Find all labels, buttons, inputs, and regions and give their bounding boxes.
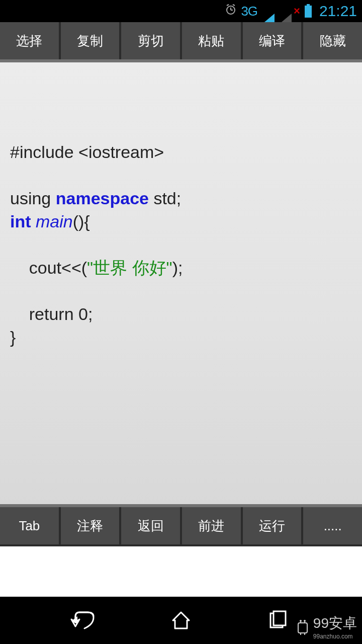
code-text: #include <iostream> [10, 142, 164, 162]
run-button[interactable]: 运行 [243, 507, 302, 544]
code-function: main [36, 212, 73, 231]
blank-area [0, 546, 362, 597]
svg-rect-11 [274, 611, 286, 625]
top-toolbar: 选择 复制 剪切 粘贴 编译 隐藏 [0, 22, 362, 59]
code-text [31, 212, 36, 231]
svg-rect-12 [298, 623, 307, 633]
svg-point-14 [304, 620, 306, 622]
code-text: std; [149, 189, 181, 208]
code-text: return 0; [10, 304, 93, 324]
signal-icon-2: 2 [279, 0, 292, 25]
alarm-icon [225, 4, 237, 19]
sim-disabled-icon: × [294, 5, 300, 18]
code-keyword: namespace [56, 189, 149, 208]
cut-button[interactable]: 剪切 [121, 22, 180, 59]
nav-back-button[interactable] [44, 597, 125, 644]
select-button[interactable]: 选择 [0, 22, 59, 59]
code-text: using [10, 189, 56, 208]
svg-point-13 [300, 620, 302, 622]
battery-icon [304, 4, 312, 18]
hide-button[interactable]: 隐藏 [303, 22, 362, 59]
nav-home-button[interactable] [141, 597, 221, 644]
status-bar: 3G 1 2 × 21:21 [0, 0, 362, 22]
network-type-label: 3G [241, 4, 257, 19]
copy-button[interactable]: 复制 [61, 22, 120, 59]
watermark-icon [295, 618, 310, 636]
code-text: (){ [73, 212, 90, 231]
code-keyword: int [10, 212, 31, 231]
comment-button[interactable]: 注释 [61, 507, 120, 544]
clock-label: 21:21 [319, 3, 357, 20]
bottom-toolbar: Tab 注释 返回 前进 运行 ..... [0, 507, 362, 544]
compile-button[interactable]: 编译 [243, 22, 302, 59]
svg-rect-7 [307, 4, 310, 6]
watermark-brand: 99安卓 [313, 614, 357, 633]
svg-line-4 [233, 5, 235, 6]
code-text: } [10, 328, 16, 347]
svg-line-3 [227, 5, 229, 6]
editor-back-button[interactable]: 返回 [121, 507, 180, 544]
more-button[interactable]: ..... [303, 507, 362, 544]
editor-forward-button[interactable]: 前进 [182, 507, 241, 544]
paste-button[interactable]: 粘贴 [182, 22, 241, 59]
signal-icon: 1 [261, 0, 275, 25]
svg-rect-8 [305, 6, 312, 18]
code-editor[interactable]: #include <iostream> using namespace std;… [0, 62, 362, 504]
watermark: 99安卓 99anzhuo.com [295, 614, 357, 640]
system-navbar: 99安卓 99anzhuo.com [0, 597, 362, 644]
tab-button[interactable]: Tab [0, 507, 59, 544]
code-text: cout<<( [10, 258, 87, 277]
code-string: "世界 你好" [87, 258, 172, 277]
code-text: ); [172, 258, 183, 277]
watermark-url: 99anzhuo.com [313, 633, 357, 640]
